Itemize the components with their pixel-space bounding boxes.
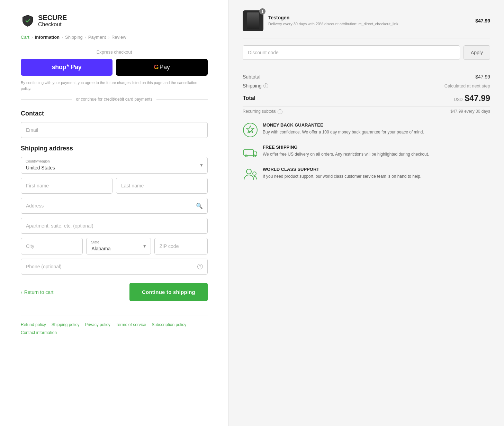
address-wrap: 🔍	[21, 198, 208, 214]
recurring-value: $47.99 every 30 days	[450, 109, 490, 114]
product-image-inner	[247, 12, 259, 29]
subtotal-row: Subtotal $47.99	[243, 74, 490, 80]
search-icon: 🔍	[196, 203, 203, 209]
apt-input[interactable]	[21, 218, 208, 234]
terms-note: By continuing with your payment, you agr…	[21, 80, 208, 91]
breadcrumb-cart[interactable]: Cart	[21, 35, 29, 40]
continue-to-shipping-button[interactable]: Continue to shipping	[129, 283, 208, 301]
shipping-row: Shipping i Calculated at next step	[243, 83, 490, 89]
last-name-input[interactable]	[116, 178, 208, 194]
recurring-row: Recurring subtotal i $47.99 every 30 day…	[243, 106, 490, 114]
product-image-wrap: 1	[243, 10, 263, 31]
svg-point-3	[253, 155, 255, 157]
world-support-title: WORLD CLASS SUPPORT	[263, 167, 421, 172]
apt-wrap	[21, 218, 208, 234]
gpay-text: Pay	[159, 64, 170, 71]
breadcrumb: Cart › Information › Shipping › Payment …	[21, 35, 208, 40]
breadcrumb-review: Review	[111, 35, 126, 40]
right-panel: 1 Testogen Delivery every 30 days with 2…	[228, 0, 504, 426]
city-state-zip-row: State Alabama Alaska Arizona California …	[21, 238, 208, 254]
total-row: Total USD $47.99	[243, 92, 490, 103]
svg-point-5	[253, 172, 256, 175]
left-panel: SECURE Checkout Cart › Information › Shi…	[0, 0, 228, 426]
discount-code-input[interactable]	[243, 45, 460, 60]
svg-point-2	[245, 155, 247, 157]
money-back-title: MONEY BACK GUARANTEE	[263, 122, 424, 128]
state-select[interactable]: Alabama Alaska Arizona California Colora…	[86, 238, 151, 254]
logo-text: SECURE Checkout	[38, 14, 67, 28]
shield-icon	[21, 14, 35, 28]
world-support-content: WORLD CLASS SUPPORT If you need product …	[263, 167, 421, 179]
subtotal-value: $47.99	[475, 74, 490, 80]
breadcrumb-sep-1: ›	[32, 35, 33, 40]
product-price: $47.99	[475, 18, 490, 24]
free-shipping-icon	[243, 145, 258, 160]
address-input[interactable]	[21, 198, 208, 214]
total-label: Total	[243, 95, 255, 101]
product-quantity-badge: 1	[259, 8, 266, 15]
product-row: 1 Testogen Delivery every 30 days with 2…	[243, 10, 490, 38]
money-back-icon	[243, 122, 258, 138]
free-shipping-desc: We offer free US delivery on all orders.…	[263, 151, 429, 157]
footer-links: Refund policy Shipping policy Privacy po…	[21, 322, 208, 327]
apply-discount-button[interactable]: Apply	[464, 45, 490, 60]
subtotal-label: Subtotal	[243, 74, 260, 80]
subscription-policy-link[interactable]: Subscription policy	[152, 322, 186, 327]
shipping-label: Shipping i	[243, 83, 268, 89]
privacy-policy-link[interactable]: Privacy policy	[85, 322, 110, 327]
zip-input[interactable]	[154, 238, 208, 254]
refund-policy-link[interactable]: Refund policy	[21, 322, 46, 327]
state-wrap: State Alabama Alaska Arizona California …	[86, 238, 151, 254]
breadcrumb-sep-4: ›	[108, 35, 109, 40]
breadcrumb-payment: Payment	[88, 35, 106, 40]
first-name-input[interactable]	[21, 178, 112, 194]
svg-point-0	[243, 123, 257, 137]
terms-of-service-link[interactable]: Terms of service	[116, 322, 146, 327]
product-name: Testogen	[268, 15, 475, 20]
money-back-content: MONEY BACK GUARANTEE Buy with confidence…	[263, 122, 424, 135]
express-buttons: shop★ Pay G Pay	[21, 59, 208, 76]
help-icon: ?	[197, 264, 203, 269]
chevron-left-icon: ‹	[21, 289, 22, 295]
world-support-icon	[243, 167, 258, 182]
free-shipping-badge: FREE SHIPPING We offer free US delivery …	[243, 145, 490, 160]
name-row	[21, 178, 208, 194]
free-shipping-title: FREE SHIPPING	[263, 145, 429, 150]
breadcrumb-sep-3: ›	[85, 35, 86, 40]
world-support-desc: If you need product support, our world c…	[263, 173, 421, 179]
breadcrumb-information: Information	[35, 35, 60, 40]
action-row: ‹ Return to cart Continue to shipping	[21, 283, 208, 301]
return-to-cart-link[interactable]: ‹ Return to cart	[21, 289, 54, 295]
svg-rect-1	[244, 150, 253, 155]
shipping-title: Shipping address	[21, 145, 208, 152]
total-currency: USD	[454, 97, 462, 102]
divider-left	[21, 99, 72, 100]
gpay-g-icon: G	[154, 64, 159, 71]
breadcrumb-sep-2: ›	[62, 35, 63, 40]
money-back-desc: Buy with confidence. We offer a 100 day …	[263, 129, 424, 135]
phone-input[interactable]	[21, 259, 208, 275]
city-input[interactable]	[21, 238, 83, 254]
shopify-pay-logo: shop★ Pay	[52, 64, 82, 71]
total-value-wrap: USD $47.99	[454, 93, 490, 103]
money-back-badge: MONEY BACK GUARANTEE Buy with confidence…	[243, 122, 490, 138]
world-support-badge: WORLD CLASS SUPPORT If you need product …	[243, 167, 490, 182]
recurring-info-icon[interactable]: i	[278, 109, 282, 114]
phone-wrap: ?	[21, 259, 208, 275]
total-value: $47.99	[465, 93, 490, 103]
shipping-policy-link[interactable]: Shipping policy	[52, 322, 80, 327]
footer-contact: Contact information	[21, 329, 208, 335]
shopify-pay-button[interactable]: shop★ Pay	[21, 59, 112, 76]
country-select[interactable]: United States Canada United Kingdom	[21, 157, 208, 174]
shipping-info-icon[interactable]: i	[263, 83, 268, 88]
country-wrap: Country/Region United States Canada Unit…	[21, 157, 208, 174]
google-pay-button[interactable]: G Pay	[116, 59, 208, 76]
email-input[interactable]	[21, 122, 208, 138]
divider-row: or continue for credit/debit card paymen…	[21, 97, 208, 102]
divider-right	[156, 99, 208, 100]
email-wrap	[21, 122, 208, 138]
product-description: Delivery every 30 days with 20% discount…	[268, 21, 475, 27]
divider-text: or continue for credit/debit card paymen…	[76, 97, 153, 102]
contact-title: Contact	[21, 110, 208, 117]
contact-information-link[interactable]: Contact information	[21, 330, 57, 335]
